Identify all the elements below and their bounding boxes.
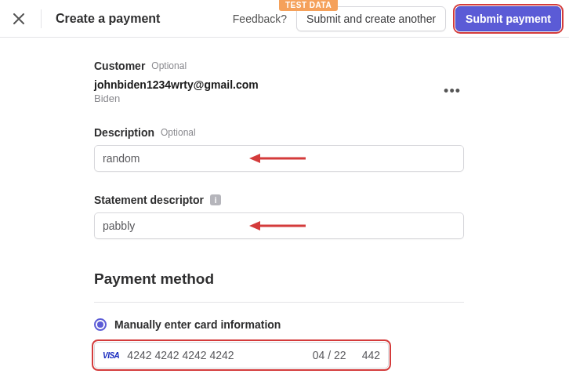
- customer-row: johnbiden1234wrty@gmail.com Biden •••: [94, 78, 464, 104]
- card-input[interactable]: VISA 4242 4242 4242 4242 04 / 22 442: [94, 342, 389, 368]
- visa-icon: VISA: [103, 351, 119, 360]
- divider: [41, 9, 42, 28]
- statement-label: Statement descriptor: [94, 194, 204, 206]
- card-cvc: 442: [362, 349, 380, 361]
- card-number: 4242 4242 4242 4242: [127, 349, 234, 361]
- info-icon[interactable]: i: [210, 194, 221, 205]
- payment-method-title: Payment method: [94, 270, 569, 288]
- statement-label-row: Statement descriptor i: [94, 194, 569, 206]
- customer-email: johnbiden1234wrty@gmail.com: [94, 78, 259, 91]
- more-icon[interactable]: •••: [440, 80, 464, 103]
- card-expiry: 04 / 22: [313, 349, 346, 361]
- description-label-row: Description Optional: [94, 126, 569, 139]
- manual-card-radio-row[interactable]: Manually enter card information: [94, 318, 569, 331]
- divider: [94, 302, 464, 303]
- form-content: Customer Optional johnbiden1234wrty@gmai…: [0, 38, 569, 368]
- test-data-badge: TEST DATA: [279, 0, 338, 11]
- manual-card-label: Manually enter card information: [114, 318, 281, 331]
- submit-payment-button[interactable]: Submit payment: [455, 6, 561, 31]
- page-title: Create a payment: [56, 12, 160, 26]
- description-optional: Optional: [161, 127, 196, 138]
- close-icon[interactable]: [8, 8, 30, 30]
- radio-selected-icon[interactable]: [94, 318, 107, 331]
- feedback-link[interactable]: Feedback?: [233, 13, 287, 25]
- customer-label: Customer: [94, 60, 145, 72]
- statement-input[interactable]: [94, 212, 464, 239]
- description-input[interactable]: [94, 145, 464, 172]
- customer-label-row: Customer Optional: [94, 60, 569, 72]
- description-label: Description: [94, 126, 154, 139]
- customer-optional: Optional: [151, 60, 187, 71]
- customer-name: Biden: [94, 93, 259, 104]
- header-bar: Create a payment TEST DATA Feedback? Sub…: [0, 0, 569, 38]
